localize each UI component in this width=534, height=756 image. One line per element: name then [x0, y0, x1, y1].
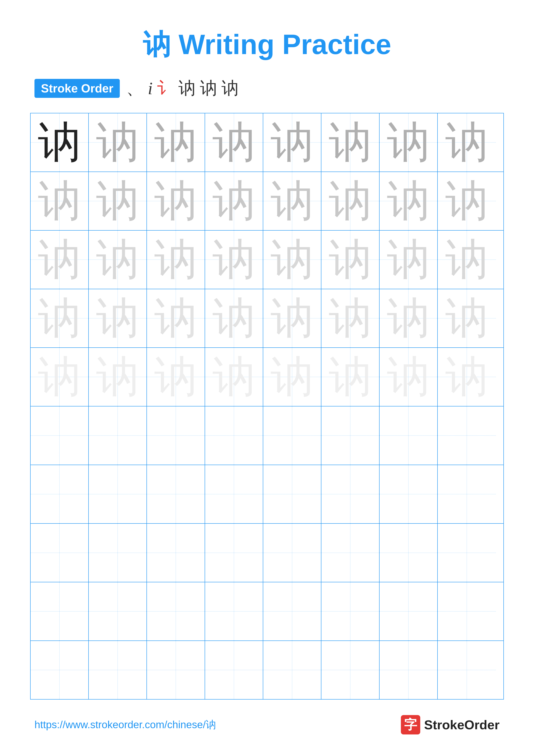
- grid-cell[interactable]: 讷: [89, 113, 147, 172]
- grid-row-2: 讷 讷 讷 讷 讷 讷 讷 讷: [31, 172, 503, 230]
- grid-cell[interactable]: 讷: [321, 172, 380, 230]
- grid-cell[interactable]: 讷: [205, 230, 263, 289]
- grid-cell[interactable]: [321, 641, 380, 699]
- stroke-seq-1: 、: [126, 77, 143, 100]
- grid-cell[interactable]: 讷: [31, 230, 89, 289]
- grid-cell[interactable]: [147, 582, 205, 640]
- grid-cell[interactable]: [147, 406, 205, 465]
- grid-cell[interactable]: 讷: [380, 230, 438, 289]
- grid-cell[interactable]: 讷: [263, 172, 321, 230]
- grid-row-9: [31, 582, 503, 641]
- grid-cell[interactable]: [263, 524, 321, 582]
- stroke-order-badge: Stroke Order: [35, 79, 120, 98]
- grid-cell[interactable]: [438, 465, 496, 523]
- grid-cell[interactable]: [89, 524, 147, 582]
- grid-cell[interactable]: 讷: [31, 172, 89, 230]
- grid-cell[interactable]: 讷: [380, 113, 438, 172]
- grid-cell[interactable]: 讷: [89, 289, 147, 347]
- grid-cell[interactable]: 讷: [263, 348, 321, 406]
- grid-cell[interactable]: 讷: [31, 113, 89, 172]
- grid-row-3: 讷 讷 讷 讷 讷 讷 讷 讷: [31, 230, 503, 289]
- grid-cell[interactable]: [205, 524, 263, 582]
- grid-cell[interactable]: [205, 465, 263, 523]
- grid-cell[interactable]: [31, 524, 89, 582]
- grid-cell[interactable]: 讷: [147, 289, 205, 347]
- grid-cell[interactable]: [147, 524, 205, 582]
- grid-cell[interactable]: [380, 641, 438, 699]
- footer-logo: 字 StrokeOrder: [401, 715, 499, 735]
- grid-cell[interactable]: [31, 641, 89, 699]
- grid-cell[interactable]: 讷: [89, 172, 147, 230]
- grid-cell[interactable]: [205, 641, 263, 699]
- grid-cell[interactable]: 讷: [31, 348, 89, 406]
- grid-cell[interactable]: [263, 465, 321, 523]
- grid-cell[interactable]: 讷: [321, 289, 380, 347]
- stroke-seq-2: i: [148, 79, 153, 98]
- grid-row-8: [31, 524, 503, 582]
- grid-cell[interactable]: 讷: [147, 230, 205, 289]
- grid-row-1: 讷 讷 讷 讷 讷 讷 讷 讷: [31, 113, 503, 172]
- stroke-order-section: Stroke Order 、 i 讠 讷 讷 讷: [0, 77, 534, 100]
- footer-url[interactable]: https://www.strokeorder.com/chinese/讷: [35, 718, 216, 732]
- grid-cell[interactable]: [380, 406, 438, 465]
- grid-cell[interactable]: [438, 524, 496, 582]
- grid-cell[interactable]: [321, 582, 380, 640]
- grid-cell[interactable]: [31, 465, 89, 523]
- grid-cell[interactable]: 讷: [147, 172, 205, 230]
- grid-cell[interactable]: [147, 641, 205, 699]
- grid-cell[interactable]: 讷: [147, 113, 205, 172]
- grid-cell[interactable]: [380, 582, 438, 640]
- grid-cell[interactable]: [205, 582, 263, 640]
- stroke-sequence: 、 i 讠 讷 讷 讷: [126, 77, 239, 100]
- stroke-seq-3: 讠: [157, 77, 174, 100]
- grid-cell[interactable]: 讷: [321, 230, 380, 289]
- grid-row-4: 讷 讷 讷 讷 讷 讷 讷 讷: [31, 289, 503, 348]
- grid-cell[interactable]: 讷: [380, 348, 438, 406]
- grid-cell[interactable]: [438, 641, 496, 699]
- grid-cell[interactable]: 讷: [438, 172, 496, 230]
- grid-row-10: [31, 641, 503, 699]
- grid-cell[interactable]: 讷: [321, 348, 380, 406]
- grid-cell[interactable]: [321, 524, 380, 582]
- grid-cell[interactable]: [89, 406, 147, 465]
- grid-cell[interactable]: 讷: [31, 289, 89, 347]
- grid-cell[interactable]: [205, 406, 263, 465]
- grid-cell[interactable]: 讷: [438, 230, 496, 289]
- grid-cell[interactable]: [438, 406, 496, 465]
- grid-cell[interactable]: 讷: [321, 113, 380, 172]
- grid-cell[interactable]: 讷: [438, 113, 496, 172]
- grid-cell[interactable]: 讷: [438, 289, 496, 347]
- grid-cell[interactable]: [147, 465, 205, 523]
- grid-cell[interactable]: [380, 524, 438, 582]
- grid-row-5: 讷 讷 讷 讷 讷 讷 讷 讷: [31, 348, 503, 406]
- grid-cell[interactable]: [31, 406, 89, 465]
- grid-cell[interactable]: 讷: [438, 348, 496, 406]
- grid-cell[interactable]: 讷: [263, 230, 321, 289]
- grid-cell[interactable]: [321, 406, 380, 465]
- grid-cell[interactable]: [263, 406, 321, 465]
- grid-cell[interactable]: 讷: [380, 289, 438, 347]
- grid-cell[interactable]: [321, 465, 380, 523]
- grid-cell[interactable]: [89, 641, 147, 699]
- grid-cell[interactable]: [380, 465, 438, 523]
- grid-cell[interactable]: [263, 641, 321, 699]
- grid-cell[interactable]: 讷: [205, 348, 263, 406]
- grid-cell[interactable]: 讷: [147, 348, 205, 406]
- footer: https://www.strokeorder.com/chinese/讷 字 …: [0, 715, 534, 735]
- grid-cell[interactable]: [31, 582, 89, 640]
- stroke-seq-5: 讷: [200, 77, 217, 100]
- grid-cell[interactable]: 讷: [89, 348, 147, 406]
- stroke-seq-6: 讷: [221, 77, 239, 100]
- page-title: 讷 Writing Practice: [0, 0, 534, 77]
- grid-cell[interactable]: 讷: [205, 113, 263, 172]
- grid-cell[interactable]: [89, 465, 147, 523]
- grid-cell[interactable]: 讷: [263, 113, 321, 172]
- grid-cell[interactable]: 讷: [380, 172, 438, 230]
- grid-cell[interactable]: 讷: [205, 172, 263, 230]
- grid-cell[interactable]: [263, 582, 321, 640]
- grid-cell[interactable]: 讷: [205, 289, 263, 347]
- grid-cell[interactable]: [438, 582, 496, 640]
- grid-cell[interactable]: 讷: [89, 230, 147, 289]
- grid-cell[interactable]: [89, 582, 147, 640]
- grid-cell[interactable]: 讷: [263, 289, 321, 347]
